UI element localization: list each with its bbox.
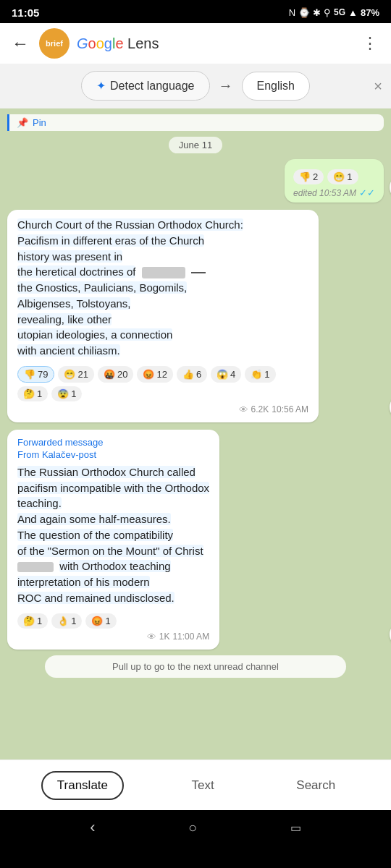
message-row-main: Church Court of the Russian Orthodox Chu…: [7, 210, 384, 422]
message-text-main: Church Court of the Russian Orthodox Chu…: [17, 217, 308, 359]
google-word3: o: [96, 35, 104, 51]
android-recents-button[interactable]: ▭: [290, 821, 301, 835]
date-badge: June 11: [169, 137, 222, 153]
status-icons: N ⌚ ✱ ⚲ 5G ▲ 87%: [289, 7, 379, 18]
reaction-scream-main[interactable]: 😱 4: [211, 366, 241, 383]
google-word6: e: [115, 35, 123, 51]
channel-avatar: brief: [39, 28, 70, 59]
pin-label: Pin: [33, 117, 46, 128]
message-row-forwarded: Forwarded message From Kalačev-post The …: [7, 430, 384, 650]
nfc-icon: N: [289, 7, 295, 18]
msg-time-fwd: 11:00 AM: [172, 631, 209, 642]
reaction-thumbsup-main[interactable]: 👍 6: [177, 366, 207, 383]
google-word2: o: [88, 35, 96, 51]
status-time: 11:05: [12, 7, 39, 19]
sparkle-icon: ✦: [96, 79, 106, 93]
msg-views-main: 6.2K: [251, 404, 269, 414]
message-bubble-main: Church Court of the Russian Orthodox Chu…: [7, 210, 319, 422]
reaction-think-fwd[interactable]: 🤔 1: [17, 613, 48, 629]
translate-button[interactable]: Translate: [41, 771, 124, 800]
checkmarks-icon: ✓✓: [359, 187, 375, 198]
language-bar: ✦ Detect language → English ×: [0, 64, 391, 109]
android-back-button[interactable]: ‹: [90, 818, 95, 837]
more-options-button[interactable]: ⋮: [358, 31, 382, 56]
target-language-label: English: [257, 80, 295, 93]
reaction-grin-main[interactable]: 😁 21: [58, 366, 93, 383]
toolbar-title-area: Google Lens: [77, 35, 350, 52]
toolbar: ← brief Google Lens ⋮: [0, 23, 391, 64]
detect-language-button[interactable]: ✦ Detect language: [81, 71, 210, 101]
pull-up-label: Pull up to go to the next unread channel: [112, 661, 279, 672]
location-icon: ⚲: [324, 7, 331, 18]
msg-meta-forwarded: 👁 1K 11:00 AM: [17, 631, 209, 642]
app-title: Google Lens: [77, 35, 350, 52]
status-bar: 11:05 N ⌚ ✱ ⚲ 5G ▲ 87%: [0, 0, 391, 23]
bottom-nav: Translate Text Search: [0, 760, 391, 810]
pull-up-bar: Pull up to go to the next unread channel: [45, 655, 346, 678]
date-divider: June 11: [7, 137, 384, 153]
reaction-thumbsdown-main[interactable]: 👎 79: [17, 366, 54, 383]
eye-icon: 👁: [239, 404, 248, 415]
reaction-fear-main[interactable]: 😨 1: [51, 386, 82, 401]
android-home-button[interactable]: ○: [188, 820, 197, 836]
target-language-button[interactable]: English: [242, 72, 310, 101]
reaction-angry-main[interactable]: 🤬 20: [98, 366, 133, 383]
network-5g-icon: 5G: [334, 7, 345, 17]
reaction-angry-fwd[interactable]: 😡 1: [85, 613, 116, 629]
alarm-icon: ⌚: [298, 7, 310, 18]
pin-icon: 📌: [17, 117, 28, 128]
close-lang-bar-button[interactable]: ×: [374, 77, 382, 94]
message-text-forwarded: The Russian Orthodox Church called pacif…: [17, 464, 209, 606]
chat-area: 📌 Pin June 11 👎 2 😁 1 edited 10:53 AM ✓✓…: [0, 109, 391, 760]
message-bubble-outgoing: 👎 2 😁 1 edited 10:53 AM ✓✓: [285, 159, 384, 203]
reactions-main: 👎 79 😁 21 🤬 20 😡 12 👍 6 😱 4 👏 1 🤔 1 😨 1: [17, 366, 308, 401]
text-button[interactable]: Text: [177, 773, 229, 799]
reaction-think-main[interactable]: 🤔 1: [17, 386, 48, 401]
back-button[interactable]: ←: [9, 30, 32, 56]
reaction-ok-fwd[interactable]: 👌 1: [51, 613, 82, 629]
battery-level: 87%: [361, 7, 379, 18]
forward-label: Forwarded message: [17, 437, 209, 448]
language-arrow-icon: →: [219, 77, 233, 94]
bluetooth-icon: ✱: [313, 7, 321, 18]
search-button[interactable]: Search: [282, 773, 350, 799]
eye-icon-fwd: 👁: [147, 631, 156, 642]
message-bubble-forwarded: Forwarded message From Kalačev-post The …: [7, 430, 219, 650]
lens-word: Lens: [124, 35, 159, 51]
reaction-clap-main[interactable]: 👏 1: [245, 366, 275, 383]
msg-time-main: 10:56 AM: [272, 404, 308, 414]
reactions-outgoing: 👎 2 😁 1: [293, 169, 375, 184]
signal-icon: ▲: [348, 7, 358, 18]
reactions-forwarded: 🤔 1 👌 1 😡 1: [17, 613, 209, 629]
msg-meta-main: 👁 6.2K 10:56 AM: [17, 404, 308, 415]
reaction-thumbsdown[interactable]: 👎 2: [293, 169, 324, 184]
edited-label: edited 10:53 AM: [293, 188, 356, 198]
forward-source: From Kalačev-post: [17, 449, 209, 460]
google-word4: g: [104, 35, 112, 51]
msg-meta-outgoing: edited 10:53 AM ✓✓: [293, 187, 375, 198]
google-word: G: [77, 35, 88, 51]
android-nav-bar: ‹ ○ ▭: [0, 810, 391, 845]
reaction-grin[interactable]: 😁 1: [327, 169, 358, 184]
pin-bar: 📌 Pin: [7, 114, 384, 131]
msg-views-fwd: 1K: [159, 631, 170, 642]
message-row-outgoing: 👎 2 😁 1 edited 10:53 AM ✓✓ ↪: [7, 159, 384, 203]
detect-language-label: Detect language: [110, 80, 195, 93]
reaction-rage-main[interactable]: 😡 12: [137, 366, 172, 383]
